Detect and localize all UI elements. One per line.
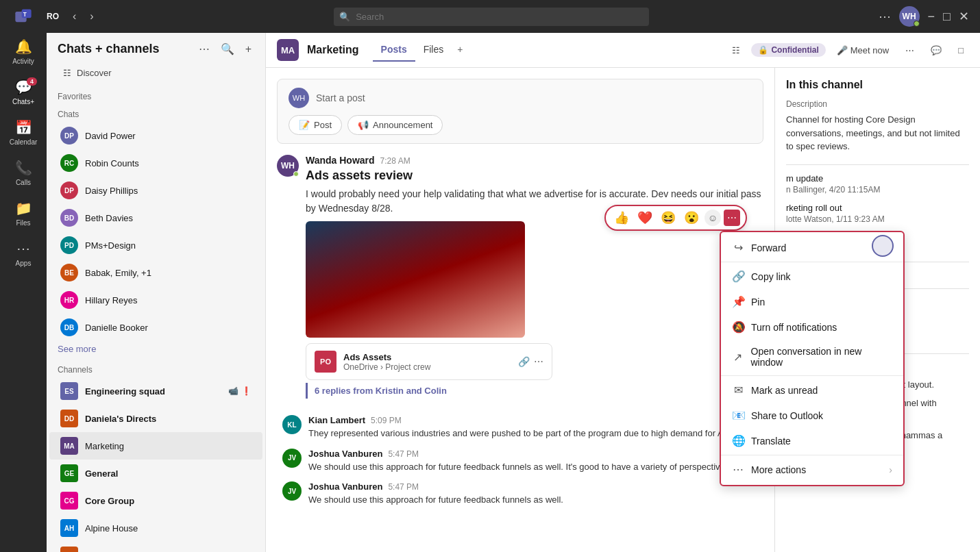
reaction-thumbs-up[interactable]: 👍 — [611, 209, 632, 227]
discover-button[interactable]: ☷ Discover — [52, 62, 260, 84]
ctx-copy-link[interactable]: 🔗 Copy link — [721, 264, 903, 289]
pin-icon: 📌 — [732, 295, 744, 308]
attach-actions: 🔗 ⋯ — [518, 356, 543, 367]
reaction-more-button[interactable]: ☺ — [705, 210, 721, 226]
post-button[interactable]: 📝 Post — [289, 115, 342, 135]
sidebar-item-david-power[interactable]: DP David Power — [49, 122, 262, 149]
sidebar-item-danielas-directs[interactable]: DD Daniela's Directs — [49, 405, 262, 432]
ctx-turn-off-notifications[interactable]: 🔕 Turn off notifications — [721, 314, 903, 340]
attach-more-button[interactable]: ⋯ — [534, 356, 543, 367]
sidebar-item-engineering-squad[interactable]: ES Engineering squad 📹 ❗ — [49, 377, 262, 405]
channel-more-button[interactable]: ⋯ — [900, 42, 920, 58]
outlook-icon: 📧 — [732, 409, 744, 422]
sidebar-item-daisy-phillips[interactable]: DP Daisy Phillips — [49, 177, 262, 204]
message-more-button[interactable]: ⋯ — [724, 210, 740, 226]
avatar-robin-counts: RC — [60, 154, 78, 172]
chat-name-babak-emily: Babak, Emily, +1 — [85, 268, 252, 278]
context-menu[interactable]: ↪ Forward 🔗 Copy link 📌 Pin 🔕 Turn off n… — [720, 231, 905, 486]
confidential-icon: 🔒 — [758, 45, 768, 55]
channel-avatar: MA — [277, 39, 299, 61]
reaction-heart[interactable]: ❤️ — [635, 209, 655, 227]
channel-name-core-group: Core Group — [85, 496, 252, 506]
ctx-translate[interactable]: 🌐 Translate — [721, 428, 903, 453]
tab-files[interactable]: Files — [415, 38, 452, 62]
back-button[interactable]: ‹ — [67, 6, 82, 27]
avatar[interactable]: WH — [899, 6, 920, 27]
reactions-toolbar[interactable]: 👍 ❤️ 😆 😮 ☺ ⋯ — [604, 205, 747, 231]
sidebar-item-robin-counts[interactable]: RC Robin Counts — [49, 149, 262, 177]
close-button[interactable]: ✕ — [959, 9, 969, 24]
rail-item-activity[interactable]: 🔔 Activity — [4, 33, 42, 71]
meet-now-button[interactable]: 🎤 Meet now — [831, 42, 894, 58]
rail-item-chats[interactable]: 💬 Chats+ 4 — [4, 73, 42, 111]
svg-text:T: T — [23, 12, 27, 18]
sidebar-more-button[interactable]: ⋯ — [196, 41, 212, 57]
ctx-more-actions[interactable]: ⋯ More actions › — [721, 457, 903, 482]
reply-text-kian: They represented various industries and … — [308, 427, 763, 440]
sidebar-compose-button[interactable]: + — [243, 41, 254, 57]
reaction-laugh[interactable]: 😆 — [658, 209, 678, 227]
reply-author-josh2: Joshua Vanburen — [308, 481, 382, 492]
expand-button[interactable]: □ — [953, 42, 969, 58]
sidebar-item-hillary-reyes[interactable]: HR Hillary Reyes — [49, 286, 262, 314]
ctx-divider-3 — [721, 455, 903, 455]
channel-name-marketing: Marketing — [85, 441, 252, 451]
attach-link-button[interactable]: 🔗 — [518, 356, 530, 367]
rail-item-calendar[interactable]: 📅 Calendar — [4, 114, 42, 151]
post-label: Post — [314, 120, 332, 130]
message-time-wanda: 7:28 AM — [380, 156, 411, 166]
chat-name-robin-counts: Robin Counts — [85, 158, 252, 168]
activity-icon: 🔔 — [15, 38, 32, 55]
confidential-label: Confidential — [771, 45, 818, 55]
sidebar-item-general2[interactable]: GE General — [49, 542, 262, 552]
ctx-forward[interactable]: ↪ Forward — [721, 235, 903, 260]
rail-item-files[interactable]: 📁 Files — [4, 195, 42, 232]
translate-icon: 🌐 — [732, 434, 744, 447]
channel-tabs: Posts Files + — [373, 38, 469, 62]
search-input[interactable] — [334, 8, 649, 26]
chat-button[interactable]: 💬 — [925, 42, 947, 58]
replies-link[interactable]: 6 replies from Kristin and Colin — [306, 383, 447, 399]
ctx-open-conversation[interactable]: ↗ Open conversation in new window — [721, 340, 903, 374]
template-button[interactable]: ☷ — [726, 42, 746, 58]
reply-kian: KL Kian Lambert 5:09 PM They represented… — [277, 415, 763, 440]
compose-area: WH Start a post 📝 Post 📢 Announcement — [277, 79, 763, 144]
sidebar-item-core-group[interactable]: CG Core Group — [49, 487, 262, 514]
avatar-alpine-house: AH — [60, 519, 78, 537]
compose-starter[interactable]: WH Start a post — [289, 88, 752, 108]
see-more-button[interactable]: See more — [47, 341, 265, 360]
maximize-button[interactable]: □ — [943, 10, 951, 24]
start-post-label: Start a post — [316, 92, 365, 103]
ctx-share-outlook[interactable]: 📧 Share to Outlook — [721, 403, 903, 428]
sidebar-header: Chats + channels ⋯ 🔍 + — [47, 33, 265, 62]
files-icon: 📁 — [15, 200, 32, 216]
panel-thread-2: rketing roll out lotte Watson, 1/11 9:23… — [786, 203, 969, 224]
sidebar-item-general[interactable]: GE General — [49, 460, 262, 487]
sidebar-search-button[interactable]: 🔍 — [218, 41, 237, 57]
channel-name-general: General — [85, 468, 252, 479]
open-conversation-label: Open conversation in new window — [751, 346, 893, 368]
sidebar-item-danielle-booker[interactable]: DB Danielle Booker — [49, 314, 262, 341]
ctx-mark-unread[interactable]: ✉ Mark as unread — [721, 377, 903, 403]
reply-author-josh1: Joshua Vanburen — [308, 449, 382, 459]
rail-item-calls[interactable]: 📞 Calls — [4, 154, 42, 192]
minimize-button[interactable]: − — [928, 10, 935, 24]
add-tab-button[interactable]: + — [452, 38, 468, 62]
more-options-button[interactable]: ⋯ — [879, 9, 891, 24]
announcement-button[interactable]: 📢 Announcement — [347, 115, 443, 135]
sidebar-item-marketing[interactable]: MA Marketing — [49, 432, 262, 460]
sidebar-item-alpine-house[interactable]: AH Alpine House — [49, 514, 262, 542]
reaction-wow[interactable]: 😮 — [681, 209, 702, 227]
sidebar-actions: ⋯ 🔍 + — [196, 41, 254, 57]
rail-item-apps[interactable]: ⋯ Apps — [4, 235, 42, 273]
sidebar-item-babak-emily[interactable]: BE Babak, Emily, +1 — [49, 259, 262, 286]
ctx-pin[interactable]: 📌 Pin — [721, 289, 903, 314]
rail-label-apps: Apps — [16, 260, 32, 267]
sidebar-item-pms-design[interactable]: PD PMs+Design — [49, 231, 262, 259]
reply-body-kian: Kian Lambert 5:09 PM They represented va… — [308, 415, 763, 440]
forward-button[interactable]: › — [84, 6, 99, 27]
sidebar-item-beth-davies[interactable]: BD Beth Davies — [49, 204, 262, 231]
chat-name-hillary-reyes: Hillary Reyes — [85, 295, 252, 305]
tab-posts[interactable]: Posts — [373, 38, 415, 62]
ctx-divider-2 — [721, 375, 903, 376]
